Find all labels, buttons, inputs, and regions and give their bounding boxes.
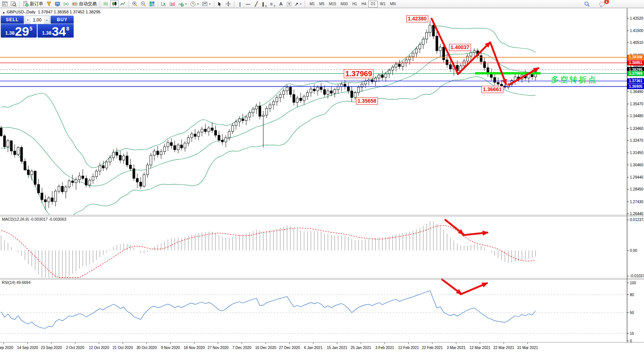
cursor-tool-button[interactable]	[216, 0, 224, 8]
tf-button-M15[interactable]: M15	[327, 1, 338, 7]
chart-canvas[interactable]: 1.425201.415001.405101.394901.385001.374…	[0, 0, 644, 352]
price-tick-label: 1.30460	[630, 163, 644, 167]
date-label: 16 Dec 2020	[255, 346, 276, 350]
chart-profiles-button[interactable]	[9, 0, 18, 8]
volume-decrease-button[interactable]: ▼	[25, 16, 31, 24]
tf-button-H1[interactable]: H1	[350, 1, 359, 7]
buy-button[interactable]: BUY	[51, 16, 74, 24]
macd-tick-label: 0.012372	[630, 218, 644, 222]
trend-arrow-main	[509, 68, 538, 85]
line-chart-mode-button[interactable]	[119, 0, 127, 8]
volume-stepper: ▼ 1.00 ▲	[25, 16, 50, 24]
rsi-pane[interactable]	[0, 291, 627, 333]
price-annotation: 1.40037	[449, 44, 471, 51]
chart-shift-icon	[170, 1, 175, 7]
label-tool[interactable]: T	[285, 0, 293, 8]
volume-value[interactable]: 1.00	[31, 16, 44, 24]
sell-button[interactable]: SELL	[1, 16, 24, 24]
templates-button[interactable]: ▼	[201, 0, 212, 8]
text-tool[interactable]: A	[277, 0, 285, 8]
notifications-button[interactable]: 1	[597, 0, 607, 8]
crosshair-tool-button[interactable]	[224, 0, 233, 8]
date-label: 12 Oct 2020	[89, 346, 109, 350]
channel-icon: ∥	[262, 1, 264, 7]
chart-shift-button[interactable]	[168, 0, 177, 8]
date-label: 25 Jan 2021	[350, 346, 371, 350]
macd-signal-line	[1, 225, 536, 278]
tf-button-M30[interactable]: M30	[338, 1, 350, 7]
symbol-dropdown-icon[interactable]: ▲	[2, 11, 5, 14]
macd-pane[interactable]	[1, 221, 536, 278]
funnel-icon	[46, 1, 52, 7]
bar-chart-mode-button[interactable]	[102, 0, 110, 8]
date-label: 9 Nov 2020	[161, 346, 180, 350]
signals-button[interactable]	[62, 0, 70, 8]
date-label: 30 Oct 2020	[137, 346, 157, 350]
periodicity-button[interactable]: ▼	[189, 0, 201, 8]
hline-icon: —	[246, 1, 250, 7]
zoom-out-button[interactable]	[139, 0, 148, 8]
market-watch-button[interactable]	[53, 0, 62, 8]
chevron-down-icon: ▼	[209, 3, 211, 5]
price-badge-label: 1.37361	[629, 79, 643, 83]
rsi-line	[1, 291, 536, 328]
date-label: 12 Mar 2021	[470, 346, 491, 350]
rsi-tick-label: 50	[630, 311, 634, 315]
rsi-tick-label: 100	[630, 281, 636, 285]
monitor-icon	[55, 1, 60, 7]
text-icon: A	[279, 1, 283, 7]
trendline-tool[interactable]: ╱	[252, 0, 260, 8]
indicator-list-button[interactable]	[45, 0, 53, 8]
tf-button-MN[interactable]: MN	[388, 1, 398, 7]
price-tick-label: 1.33460	[630, 127, 644, 131]
add-indicator-button[interactable]: ▼	[177, 0, 189, 8]
candle-chart-mode-button[interactable]	[110, 0, 119, 8]
trendline-icon: ╱	[255, 1, 257, 7]
horizontal-line-tool[interactable]: —	[244, 0, 252, 8]
tf-button-D1[interactable]: D1	[368, 1, 378, 7]
fibonacci-tool[interactable]: ≡F	[269, 0, 277, 8]
date-label: 27 Nov 2020	[208, 346, 229, 350]
buy-price[interactable]: 1.38 34 8	[38, 24, 74, 38]
buy-price-big: 34	[52, 26, 66, 37]
price-annotation: 1.37969	[344, 69, 374, 78]
chevron-down-icon: ▼	[299, 3, 302, 5]
auto-scroll-button[interactable]	[160, 0, 168, 8]
autotrading-button[interactable]: 自动交易	[70, 0, 98, 8]
tf-button-W1[interactable]: W1	[378, 1, 388, 7]
buy-price-prefix: 1.38	[42, 30, 51, 36]
toolbar-separator	[305, 1, 305, 7]
price-badge-label: 1.36905	[629, 84, 643, 89]
volume-increase-button[interactable]: ▲	[44, 16, 49, 24]
symbol-header: ▲GBPUSD-,Daily 1.37847 1.38358 1.37452 1…	[2, 10, 100, 14]
new-order-icon	[23, 1, 29, 7]
search-button[interactable]	[583, 0, 592, 8]
cursor-icon	[217, 1, 222, 7]
vertical-line-tool[interactable]: |	[236, 0, 244, 8]
arrows-tool[interactable]: ↗▼	[293, 0, 303, 8]
clock-icon	[190, 1, 196, 7]
line-chart-icon	[120, 1, 126, 7]
date-label: 23 Sep 2020	[41, 346, 62, 350]
toolbar-right: 1	[583, 0, 607, 8]
price-annotation: 1.36661	[481, 86, 503, 93]
arrows-icon: ↗	[295, 1, 298, 7]
tf-button-H4[interactable]: H4	[359, 1, 369, 7]
price-tick-label: 1.31450	[630, 151, 644, 155]
sell-price[interactable]: 1.38 29 5	[1, 24, 37, 38]
tf-button-M1[interactable]: M1	[307, 1, 317, 7]
new-chart-button[interactable]	[1, 0, 9, 8]
tile-windows-button[interactable]	[148, 0, 156, 8]
price-badge-label: 1.38851	[629, 61, 643, 65]
tf-button-M5[interactable]: M5	[317, 1, 327, 7]
toolbar-separator	[129, 1, 129, 7]
channel-tool[interactable]: ∥E	[260, 0, 269, 8]
price-tick-label: 1.36490	[630, 90, 644, 94]
price-annotation: 1.35658	[356, 97, 378, 105]
price-tick-label: 1.42520	[630, 16, 644, 20]
zoom-in-button[interactable]	[131, 0, 139, 8]
symbol-ohlc: 1.37847 1.38358 1.37452 1.38295	[38, 10, 100, 14]
channel-sub-label: E	[265, 5, 267, 7]
profiles-icon	[11, 1, 16, 7]
new-order-button[interactable]: 新订单	[21, 0, 45, 8]
